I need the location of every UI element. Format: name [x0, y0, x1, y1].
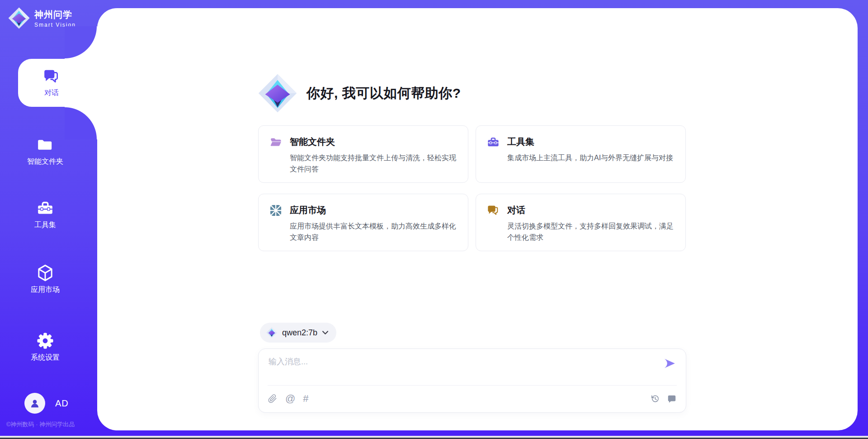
- message-input[interactable]: [269, 356, 657, 380]
- card-title: 对话: [507, 204, 675, 216]
- card-title: 智能文件夹: [290, 136, 457, 148]
- window-bottom-scrollbar[interactable]: [0, 436, 868, 439]
- sidebar-footer: ©神州数码 · 神州问学出品: [6, 420, 75, 429]
- user-initials: AD: [55, 398, 69, 409]
- sidebar-item-settings[interactable]: 系统设置: [0, 332, 90, 363]
- card-description: 集成市场上主流工具，助力AI与外界无缝扩展与对接: [507, 152, 673, 163]
- model-logo-icon: [266, 327, 277, 338]
- tab-fillet-bottom: [65, 107, 97, 139]
- cube-icon: [36, 264, 54, 282]
- hero: 你好, 我可以如何帮助你?: [258, 74, 461, 113]
- sidebar-item-label: 工具集: [34, 220, 56, 230]
- card-description: 灵活切换多模型文件，支持多样回复效果调试，满足个性化需求: [507, 220, 675, 243]
- app-root: 神州问学 Smart Vision 对话 智能文件夹 工具集: [0, 0, 868, 439]
- model-name: qwen2:7b: [282, 328, 317, 338]
- card-app-market[interactable]: 应用市场 应用市场提供丰富长文本模板，助力高效生成多样化文章内容: [258, 194, 468, 251]
- user-profile[interactable]: AD: [24, 393, 69, 414]
- tab-fillet-top: [65, 26, 97, 59]
- send-button[interactable]: [662, 357, 677, 371]
- gear-icon: [36, 332, 54, 350]
- avatar: [24, 393, 45, 414]
- card-smart-folder[interactable]: 智能文件夹 智能文件夹功能支持批量文件上传与清洗，轻松实现文件问答: [258, 125, 468, 183]
- sidebar-item-toolset[interactable]: 工具集: [0, 199, 90, 230]
- sidebar-item-label: 智能文件夹: [27, 157, 63, 167]
- card-description: 应用市场提供丰富长文本模板，助力高效生成多样化文章内容: [290, 220, 457, 243]
- toolbox-icon: [36, 199, 54, 217]
- hero-logo-icon: [258, 74, 297, 113]
- conversation-icon[interactable]: [667, 394, 677, 404]
- open-folder-icon: [269, 136, 282, 148]
- message-composer: @ #: [258, 348, 686, 413]
- send-icon: [663, 357, 676, 370]
- sidebar-item-label: 系统设置: [31, 353, 60, 363]
- card-title: 工具集: [507, 136, 673, 148]
- card-description: 智能文件夹功能支持批量文件上传与清洗，轻松实现文件问答: [290, 152, 457, 175]
- greeting-title: 你好, 我可以如何帮助你?: [307, 84, 461, 103]
- grid-icon: [269, 204, 282, 217]
- composer-tools-left: @ #: [268, 394, 309, 404]
- history-icon[interactable]: [650, 394, 660, 404]
- card-title: 应用市场: [290, 204, 457, 216]
- person-icon: [29, 397, 41, 409]
- feature-cards: 智能文件夹 智能文件夹功能支持批量文件上传与清洗，轻松实现文件问答 工具集 集成…: [258, 125, 686, 251]
- folder-icon: [36, 136, 54, 154]
- composer-input-area: [259, 349, 686, 385]
- sidebar-item-smart-folder[interactable]: 智能文件夹: [0, 136, 90, 167]
- chat-icon: [43, 68, 60, 85]
- hashtag-icon[interactable]: #: [303, 394, 308, 404]
- mention-icon[interactable]: @: [285, 394, 295, 404]
- composer-toolbar: @ #: [268, 385, 677, 412]
- sidebar-item-label: 对话: [44, 88, 59, 98]
- attachment-icon[interactable]: [268, 394, 278, 404]
- brand: 神州问学 Smart Vision: [8, 7, 76, 29]
- card-toolset[interactable]: 工具集 集成市场上主流工具，助力AI与外界无缝扩展与对接: [476, 125, 686, 183]
- chat-icon: [487, 204, 500, 217]
- composer-tools-right: [650, 394, 677, 404]
- sidebar-item-chat[interactable]: 对话: [18, 59, 100, 107]
- chevron-down-icon: [322, 331, 328, 335]
- briefcase-icon: [487, 136, 500, 148]
- brand-name: 神州问学: [34, 9, 76, 21]
- model-selector[interactable]: qwen2:7b: [260, 323, 336, 343]
- card-chat[interactable]: 对话 灵活切换多模型文件，支持多样回复效果调试，满足个性化需求: [476, 194, 686, 251]
- main-panel: 你好, 我可以如何帮助你? 智能文件夹 智能文件夹功能支持批量文件上传与清洗，轻…: [97, 8, 858, 430]
- brand-logo-icon: [8, 7, 30, 29]
- sidebar-item-app-market[interactable]: 应用市场: [0, 264, 90, 295]
- sidebar-item-label: 应用市场: [31, 285, 60, 295]
